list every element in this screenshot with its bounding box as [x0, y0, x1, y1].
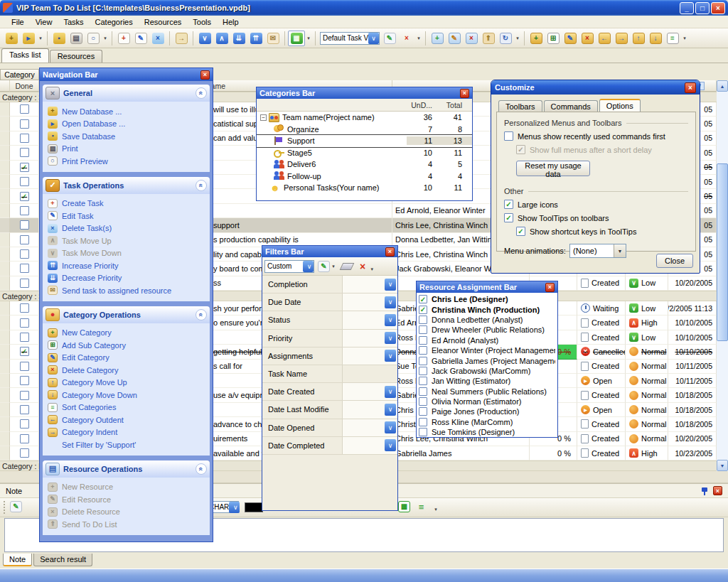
edit-category-button[interactable]: ✎ — [562, 31, 579, 46]
customize-titlebar[interactable]: Customize × — [491, 80, 700, 95]
pin-icon[interactable] — [700, 487, 709, 495]
filter-row[interactable]: Assignments∨ — [262, 347, 397, 365]
resource-item[interactable]: Ross Kline (MarComm) — [419, 417, 555, 427]
resource-checkbox[interactable] — [419, 295, 427, 303]
sort-categories-button[interactable]: ≡ — [664, 31, 681, 46]
add-sub-category-button[interactable]: ⊞ — [545, 31, 562, 46]
toolbar-overflow-icon[interactable]: ▾ — [368, 266, 375, 272]
resource-checkbox[interactable] — [419, 377, 427, 385]
done-checkbox[interactable] — [20, 405, 29, 414]
new-database-button[interactable]: + — [3, 31, 20, 46]
category-tree-row[interactable]: Organize78 — [257, 124, 472, 136]
filter-value[interactable]: ∨ — [342, 419, 397, 436]
send-note-icon[interactable]: ✎ — [10, 501, 22, 512]
minimize-button[interactable]: _ — [680, 2, 694, 14]
new-category-button[interactable]: + — [528, 31, 545, 46]
done-checkbox[interactable] — [20, 448, 29, 458]
filter-value[interactable]: ∨ — [342, 293, 397, 311]
done-checkbox[interactable] — [20, 192, 29, 201]
resource-checkbox[interactable] — [419, 325, 427, 334]
menu-file[interactable]: File — [6, 16, 30, 28]
resource-item[interactable]: Donna Ledbetter (Analyst) — [419, 315, 555, 325]
chevron-down-icon[interactable]: ∨ — [303, 261, 314, 272]
done-checkbox[interactable] — [20, 419, 29, 429]
scroll-down-icon[interactable]: ▼ — [717, 460, 728, 471]
collapse-chevron-icon[interactable]: « — [196, 309, 207, 320]
chevron-down-icon[interactable]: ∨ — [385, 296, 396, 308]
done-checkbox[interactable] — [20, 249, 29, 259]
task-view-button[interactable]: ▦ — [288, 31, 305, 46]
chevron-down-icon[interactable]: ∨ — [385, 332, 396, 344]
resource-item[interactable]: Jack Grabowski (MarComm) — [419, 366, 555, 376]
checkbox[interactable] — [504, 131, 513, 141]
undone-column-header[interactable]: UnD... — [407, 101, 437, 109]
nav-section-header[interactable]: ✓Task Operations« — [43, 177, 210, 194]
print-preview-button[interactable]: ○ — [85, 31, 102, 46]
resource-checkbox[interactable] — [419, 367, 427, 375]
checkbox-row[interactable]: Show shortcut keys in ToolTips — [516, 227, 688, 236]
resource-item[interactable]: Ed Arnold (Analyst) — [419, 335, 555, 345]
chevron-down-icon[interactable]: ∨ — [385, 404, 396, 416]
add-resource-button[interactable]: + — [429, 31, 446, 46]
nav-item[interactable]: +Create Task — [44, 198, 208, 210]
dropdown-arrow-icon[interactable]: ▾ — [305, 36, 312, 41]
done-checkbox[interactable] — [20, 177, 29, 186]
resource-item[interactable]: Neal Summers (Public Relations) — [419, 387, 555, 397]
chevron-down-icon[interactable]: ▼ — [614, 244, 626, 257]
filter-row[interactable]: Task Name — [262, 365, 397, 383]
nav-item[interactable]: ≡Sort Categories — [44, 402, 208, 414]
resource-assignment-titlebar[interactable]: Resource Assignment Bar × — [417, 281, 557, 293]
maximize-button[interactable]: □ — [695, 2, 710, 14]
filter-preset-select[interactable]: Custom∨ — [264, 260, 314, 273]
resource-checkbox[interactable] — [419, 306, 427, 314]
category-corner-button[interactable]: Category — [0, 69, 39, 80]
checkbox[interactable] — [504, 213, 513, 222]
open-database-button[interactable]: ▸ — [20, 31, 37, 46]
done-checkbox[interactable] — [20, 303, 29, 313]
filter-row[interactable]: Date Created∨ — [262, 383, 397, 401]
menu-help[interactable]: Help — [217, 16, 245, 28]
chevron-down-icon[interactable]: ∨ — [385, 279, 396, 291]
done-checkbox[interactable] — [20, 134, 29, 143]
resource-checkbox[interactable] — [419, 397, 427, 406]
filter-value[interactable]: ∨ — [342, 401, 397, 418]
category-outdent-button[interactable]: ← — [596, 31, 613, 46]
collapse-chevron-icon[interactable]: « — [196, 463, 207, 475]
dropdown-arrow-icon[interactable]: ▾ — [330, 264, 337, 269]
resource-item[interactable]: Paige Jones (Production) — [419, 406, 555, 416]
nav-item[interactable]: ✉Send task to assigned resource — [44, 284, 208, 297]
nav-item[interactable]: ▸Open Database ... — [44, 118, 208, 131]
dialog-close-button[interactable]: Close — [656, 254, 693, 268]
tab-options[interactable]: Options — [599, 99, 641, 112]
collapse-chevron-icon[interactable]: « — [196, 87, 207, 99]
title-bar[interactable]: VIP Team To Do List [C:\templates\Busine… — [0, 0, 728, 16]
filter-row[interactable]: Date Last Modifie∨ — [262, 401, 397, 419]
delete-category-button[interactable]: × — [579, 31, 596, 46]
close-button[interactable]: × — [711, 2, 725, 14]
done-checkbox[interactable] — [20, 163, 29, 172]
done-checkbox[interactable] — [20, 434, 29, 443]
nav-item[interactable]: ⇑Send To Do List — [44, 518, 208, 531]
clear-filter-button[interactable]: × — [398, 31, 415, 46]
menu-tasks[interactable]: Tasks — [58, 16, 89, 28]
filter-row[interactable]: Priority∨ — [262, 330, 397, 347]
apply-filter-button[interactable]: ✎ — [381, 31, 398, 46]
resource-item[interactable]: Jan Witting (Estimator) — [419, 376, 555, 386]
nav-item[interactable]: ×Delete Resource — [44, 506, 208, 519]
nav-section-header[interactable]: ●Category Operations« — [43, 306, 210, 323]
nav-item[interactable]: ✎Edit Task — [44, 210, 208, 222]
nav-item[interactable]: ⇈Increase Priority — [44, 259, 208, 272]
nav-item[interactable]: ↓Category Move Down — [44, 389, 208, 402]
tab-search-result[interactable]: Search result — [33, 554, 92, 566]
checkbox[interactable] — [516, 227, 525, 236]
checkbox[interactable] — [504, 200, 513, 209]
chevron-down-icon[interactable]: ∨ — [385, 350, 396, 362]
filter-value[interactable]: ∨ — [342, 347, 397, 365]
filter-row[interactable]: Due Date∨ — [262, 293, 397, 311]
resource-checkbox[interactable] — [419, 407, 427, 416]
nav-item[interactable]: ↑Category Move Up — [44, 377, 208, 389]
resource-checkbox[interactable] — [419, 316, 427, 324]
tab-note[interactable]: Note — [3, 554, 32, 566]
resource-checkbox[interactable] — [419, 387, 427, 396]
move-bottom-button[interactable]: ⇊ — [230, 31, 247, 46]
